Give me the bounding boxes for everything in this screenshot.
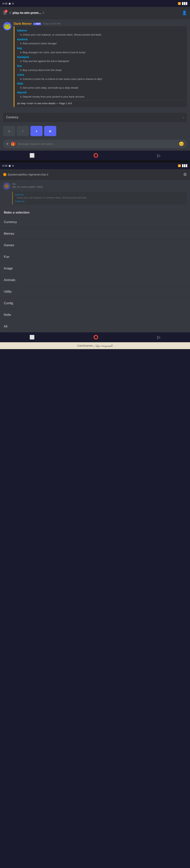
bottom-nav-1: ⬜ ⭕ ▷ (0, 151, 190, 160)
user-icon[interactable]: 👤 (182, 10, 187, 16)
select-item-utility[interactable]: Utility (0, 286, 190, 298)
select-item-nsfw[interactable]: Nsfw (0, 309, 190, 321)
select-item-currency[interactable]: Currency (0, 216, 190, 228)
embed-line-blackjack: blackjack (17, 55, 184, 59)
daily-link[interactable]: daily (17, 82, 23, 85)
message-input-bar: + 🎁 😊 (3, 140, 187, 148)
nav-buttons: « ‹ › » (0, 124, 190, 138)
nav-prev-button[interactable]: ‹ (17, 126, 29, 136)
back-icon[interactable]: ⭕ (93, 153, 98, 158)
signal-icon-2: ▊▊▊ (182, 164, 188, 167)
select-item-memey[interactable]: Memey (0, 228, 190, 240)
avatar: 🐸 (3, 22, 11, 30)
blurred-embed-row: balance Check your coin balance, or some… (12, 191, 187, 205)
selection-title: Make a selection (0, 207, 190, 216)
blurred-avatar: 🟠 (3, 183, 10, 190)
plus-icon[interactable]: + (6, 142, 8, 147)
blackjack-link[interactable]: blackjack (17, 56, 29, 59)
status-bar-2: A:10 ▣ ⊙ 📶 ▊▊▊ (0, 162, 190, 169)
channel-header: ☰ 1 # play-to-win-prem... # 👤 (0, 7, 190, 19)
status-left-2: A:10 ▣ ⊙ (2, 164, 14, 167)
select-item-fun[interactable]: Fun (0, 251, 190, 263)
wifi-icon-2: 📶 (178, 164, 181, 167)
beg-link[interactable]: beg (17, 46, 22, 50)
bankrob-link[interactable]: bankrob (17, 38, 28, 41)
select-item-image[interactable]: Image (0, 263, 190, 274)
bot-badge: ✓ BOT (33, 23, 41, 25)
crime-link[interactable]: crime (17, 73, 24, 76)
home-icon-2[interactable]: ⬜ (29, 335, 35, 340)
embed-footer: pls help <cmd> to see more details — Pag… (17, 100, 184, 105)
settings-icon[interactable]: ⚙ (183, 172, 187, 177)
channel-full-name: Epistemophilics #general-chat-2 (8, 173, 48, 176)
blurred-text: Idk, it's more subtle I think (12, 185, 43, 188)
embed-line-beg: beg (17, 46, 184, 51)
select-item-games[interactable]: Games (0, 240, 190, 251)
status-time-2: A:10 (2, 164, 7, 167)
screen1: A:10 ▣ ⊙ 📶 ▊▊▊ ☰ 1 # play-to-win-prem...… (0, 0, 190, 160)
blurred-msg-row: 🟠 Ox: Idk, it's more subtle I think (3, 183, 187, 190)
blurred-balance-desc: Check your coin balance, or someone else… (15, 196, 185, 199)
embed-line-crime: crime (17, 73, 184, 77)
status-clock: ⊙ (12, 2, 14, 5)
bottom-nav-2: ⬜ ⭕ ▷ (0, 332, 190, 342)
recent-icon[interactable]: ▷ (157, 153, 161, 158)
avatar-image: 🐸 (4, 23, 11, 29)
notification-badge: 1 (5, 10, 8, 13)
status-left: A:10 ▣ ⊙ (2, 2, 14, 5)
signal-icon: ▊▊▊ (182, 2, 188, 5)
gift-icon[interactable]: 🎁 (11, 142, 15, 146)
hash-icon: # (9, 10, 11, 16)
selection-panel: Make a selection Currency Memey Games Fu… (0, 207, 190, 332)
embed-line-daily: daily (17, 82, 184, 86)
buy-desc: ↳ Buy currency items from the shop! (17, 68, 184, 72)
crime-desc: ↳ Commit a crime for a chance to win som… (17, 78, 184, 81)
back-icon-2[interactable]: ⭕ (93, 335, 98, 340)
recent-icon-2[interactable]: ▷ (157, 335, 161, 340)
screen2-header: 🟠 Epistemophilics #general-chat-2 ⚙ (0, 169, 190, 180)
nav-last-button[interactable]: » (44, 126, 56, 136)
emoji-icon[interactable]: 😊 (179, 142, 184, 147)
select-item-all[interactable]: All (0, 321, 190, 332)
embed-block: balance ↳ Check your coin balance, or so… (14, 26, 187, 107)
status-right: 📶 ▊▊▊ (178, 2, 188, 5)
message-header: Dank Memer ✓ BOT Today at 8:45 PM (14, 22, 187, 26)
blurred-balance-link: balance (15, 193, 185, 196)
blurred-bankrob-link: bankrob (15, 200, 185, 203)
hamburger-button[interactable]: ☰ 1 (3, 10, 7, 16)
status-right-2: 📶 ▊▊▊ (178, 164, 188, 167)
status-time: A:10 (2, 2, 7, 5)
watermark: المسموحة ذوليا بـ CamScanner (0, 342, 190, 349)
status-clock-2: ⊙ (12, 164, 14, 167)
message-time: Today at 8:45 PM (43, 23, 60, 25)
status-battery: ▣ (8, 2, 11, 5)
channel-info: # play-to-win-prem... # (9, 10, 180, 16)
select-item-config[interactable]: Config (0, 298, 190, 309)
status-bar-1: A:10 ▣ ⊙ 📶 ▊▊▊ (0, 0, 190, 7)
channel-name: play-to-win-prem... (12, 11, 41, 15)
home-icon[interactable]: ⬜ (29, 153, 35, 158)
nav-first-button[interactable]: « (3, 126, 15, 136)
deposit-desc: ↳ Deposit money from your pocket to your… (17, 95, 184, 99)
watermark-text: المسموحة ذوليا بـ CamScanner (77, 344, 113, 347)
hash-icon-2: # (42, 11, 44, 15)
bankrob-desc: ↳ Rob someone's bank storage! (17, 42, 184, 45)
balance-desc: ↳ Check your coin balance, or someone el… (17, 33, 184, 37)
message-input[interactable] (18, 142, 177, 146)
channel-server-icon: 🟠 (3, 173, 7, 176)
buy-link[interactable]: buy (17, 64, 22, 67)
blurred-author: Ox: (12, 183, 43, 185)
blurred-embed-preview: balance Check your coin balance, or some… (12, 192, 187, 205)
nav-next-button[interactable]: › (30, 126, 42, 136)
currency-select-row[interactable]: Currency › (3, 113, 187, 122)
select-item-animals[interactable]: Animals (0, 274, 190, 286)
blurred-messages: 🟠 Ox: Idk, it's more subtle I think bala… (0, 180, 190, 207)
message-author: Dank Memer (14, 22, 32, 26)
balance-link[interactable]: balance (17, 29, 27, 32)
embed-line-balance: balance (17, 29, 184, 33)
deposit-link[interactable]: deposit (17, 91, 27, 94)
message-area: 🐸 Dank Memer ✓ BOT Today at 8:45 PM bala… (0, 19, 190, 111)
message-content: Dank Memer ✓ BOT Today at 8:45 PM balanc… (14, 22, 187, 107)
embed-line-bankrob: bankrob (17, 37, 184, 42)
screen-divider (0, 160, 190, 162)
